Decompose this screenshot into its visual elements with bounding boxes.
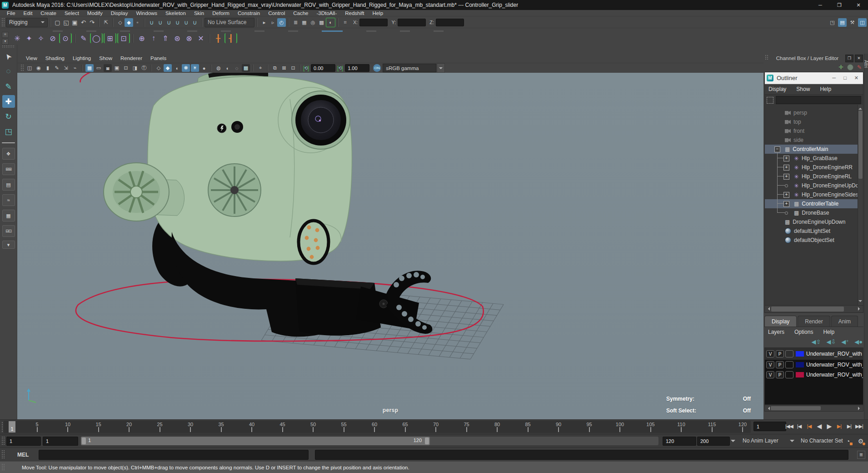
isolate-select-icon[interactable]: ⌖ [256,64,264,72]
outliner-menu-item[interactable]: Show [796,86,815,92]
aim-constrain-icon[interactable]: ⊛ [172,33,183,44]
default-material-icon[interactable]: ◍ [215,64,223,72]
shadows-icon[interactable]: ☀ [191,64,199,72]
mel-result-field[interactable] [315,450,848,460]
screen-space-ao-icon[interactable]: ● [200,64,208,72]
empty-layer-icon[interactable]: ◀⁺ [841,338,849,345]
y-input[interactable] [398,19,426,26]
menu-item[interactable]: File [3,10,20,16]
attribute-editor-tab[interactable]: Attri [864,54,868,419]
menu-item[interactable]: Constrain [234,10,264,16]
move-tool-button[interactable]: ✚ [2,95,15,108]
select-component-button[interactable]: ▫ [133,18,142,27]
scale-constrain-icon[interactable]: ⊗ [184,33,195,44]
outliner-minimize-icon[interactable]: ─ [832,75,836,81]
shelf-menu-icon[interactable]: ≡ [2,32,9,38]
outliner-item-controllertable[interactable]: +▩ControllerTable [765,199,858,208]
outliner-item-droneengineupdown[interactable]: ▩DroneEngineUpDown [765,217,858,226]
panel-grip[interactable] [765,55,768,60]
go-to-end-button[interactable]: ▶▶| [854,421,864,431]
camera-attributes-icon[interactable]: ◉ [35,64,43,72]
layer-color-swatch[interactable] [796,362,804,367]
channel-box-toggle[interactable]: ◫ [858,18,867,27]
viewport-menu-item[interactable]: Show [95,55,116,61]
expand-icon[interactable]: + [783,192,789,198]
animation-start-field[interactable]: 1 [6,437,41,446]
outliner-item-hlp-grabbase[interactable]: +✳Hlp_GrabBase [765,154,858,163]
commandline-grip[interactable] [1,450,5,459]
layer-row[interactable]: V P Underwater_ROV_with_Gripp [765,370,863,380]
xray-icon[interactable]: ⧉ [271,64,279,72]
channel-edit-icon[interactable]: ✎ [857,64,862,70]
snap-curve-icon[interactable]: ∪ [156,18,165,27]
move-layer-down-icon[interactable]: ◀⇩ [826,338,836,345]
playback-end-field[interactable]: 120 [663,437,696,446]
layer-row[interactable]: V P Underwater_ROV_with_Gri [765,360,863,370]
layer-row[interactable]: V P Underwater_ROV_with [765,348,863,360]
layer-horizontal-scrollbar[interactable] [764,405,863,412]
gamma-toggle-icon[interactable]: ON [373,64,381,72]
outliner-menu-item[interactable]: Display [768,86,791,92]
layer-visible-toggle[interactable]: V [766,361,774,368]
tool-settings-toggle[interactable]: ⚒ [848,18,857,27]
menu-item[interactable]: Deform [208,10,234,16]
scroll-down-icon[interactable] [858,300,862,304]
expand-collapse-icon[interactable] [767,97,773,104]
layer-visible-toggle[interactable]: V [766,371,774,378]
snap-projected-icon[interactable]: ∪ [173,18,182,27]
menu-item[interactable]: Modify [83,10,107,16]
paint-select-tool-button[interactable]: ✎ [2,80,15,93]
minimize-button[interactable]: ─ [811,0,830,10]
layer-playback-toggle[interactable]: P [776,361,784,368]
select-object-button[interactable]: ◆ [125,18,133,27]
symmetry-button[interactable]: ⌗ [341,18,349,27]
outliner-menu-item[interactable]: Help [820,86,836,92]
auto-keyframe-toggle[interactable]: ◔ [843,437,853,446]
current-frame-marker[interactable]: 1 [9,421,15,433]
animation-end-field[interactable]: 200 [697,437,730,446]
constraint-icon[interactable]: ⊘ [47,33,58,44]
scroll-left-icon[interactable] [766,407,770,410]
playback-options-arrow[interactable] [731,440,735,444]
close-button[interactable]: ✕ [849,0,868,10]
viewport-menu-item[interactable]: Lighting [69,55,95,61]
outliner-item-hlp-droneenginerr[interactable]: +✳Hlp_DroneEngineRR [765,163,858,172]
outliner-item-hlp-droneengineupdown[interactable]: ✳Hlp_DroneEngineUpDow [765,181,858,190]
viewport-menu-item[interactable]: View [22,55,41,61]
play-forwards-button[interactable]: ▶ [824,421,834,431]
layer-display-type-toggle[interactable] [785,361,793,368]
play-backwards-button[interactable]: ◀ [814,421,824,431]
manipulator-axis-icon[interactable]: ✛ [838,64,843,70]
layer-visible-toggle[interactable]: V [766,350,774,357]
ik-spline-icon[interactable]: ✧ [35,33,46,44]
tab-display[interactable]: Display [764,316,797,327]
contrast-field[interactable]: 1.00 [345,64,369,72]
expand-icon[interactable]: + [783,201,789,207]
helpline-grip[interactable] [1,463,5,471]
layout-four-pane-button[interactable]: ⊞⊞ [2,163,15,175]
rotate-tool-button[interactable]: ↻ [2,110,15,123]
expand-icon[interactable]: + [783,156,789,161]
layout-more-button[interactable]: ▾ [2,241,15,249]
layout-persp-uv-button[interactable]: ⊟⊡ [2,225,15,237]
viewport-menu-item[interactable]: Shading [41,55,69,61]
viewport-canvas[interactable]: persp Symmetry: Off Soft Select: Off [17,73,763,419]
construction-history-button[interactable]: ◴ [277,18,286,27]
use-all-lights-icon[interactable]: ❋ [182,64,190,72]
save-scene-button[interactable]: ▣ [70,18,79,27]
menu-item[interactable]: Select [60,10,83,16]
iconbar-grip[interactable] [20,64,24,72]
layout-hypershade-button[interactable]: ▦ [2,210,15,221]
layer-playback-toggle[interactable]: P [776,371,784,378]
render-frame-button[interactable]: ≣ [291,18,300,27]
scroll-up-icon[interactable] [858,106,862,110]
lasso-tool-button[interactable]: ◌ [2,65,15,78]
speed-control-icon[interactable] [847,64,853,70]
ik-handle-icon[interactable]: ✦ [24,33,35,44]
textured-icon[interactable]: ◖ [173,64,181,72]
outliner-item-persp[interactable]: persp [765,108,858,117]
layer-menu-item[interactable]: Options [794,329,813,335]
film-gate-icon[interactable]: ▭ [95,64,103,72]
menu-item[interactable]: -3DtoAll- [313,10,341,16]
move-layer-up-icon[interactable]: ◀⇧ [812,338,821,345]
